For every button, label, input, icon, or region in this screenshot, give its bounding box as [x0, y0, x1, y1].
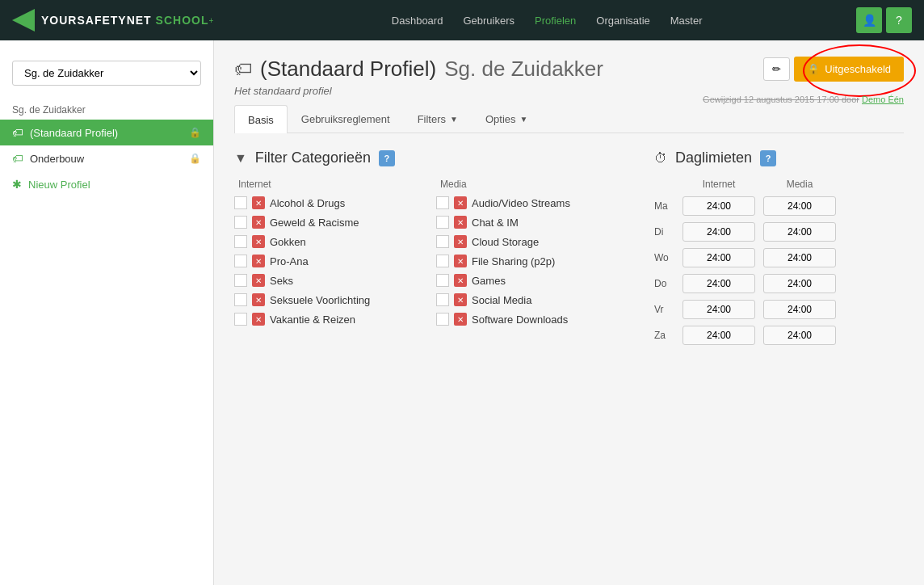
page-title-section: 🏷 (Standaard Profiel) Sg. de Zuidakker H… [234, 57, 603, 97]
tab-filters[interactable]: Filters ▼ [404, 105, 472, 133]
daglimiet-wo-media[interactable] [763, 248, 836, 267]
tab-opties[interactable]: Opties ▼ [472, 105, 541, 133]
filter-x-chat[interactable]: ✕ [454, 216, 467, 229]
tab-opties-caret: ▼ [520, 115, 528, 124]
nav-organisatie[interactable]: Organisatie [596, 15, 649, 27]
brand-text-sub: SCHOOL [152, 14, 209, 27]
filter-item-audio: ✕ Audio/Video Streams [436, 196, 622, 209]
filter-item-social: ✕ Social Media [436, 293, 622, 306]
page-subtitle-org: Sg. de Zuidakker [444, 57, 603, 82]
daglimiet-vr-internet[interactable] [682, 300, 755, 319]
nav-profielen[interactable]: Profielen [535, 15, 576, 27]
filter-checkbox-proana[interactable] [234, 255, 247, 267]
filter-checkbox-geweld[interactable] [234, 216, 247, 229]
filter-label-gokken: Gokken [270, 236, 306, 248]
tab-basis[interactable]: Basis [234, 105, 288, 133]
filter-checkbox-audio[interactable] [436, 196, 449, 209]
filter-label-alcohol: Alcohol & Drugs [270, 197, 345, 209]
daglimiet-ma-internet[interactable] [682, 196, 755, 216]
sidebar-item-new-profiel[interactable]: ✱ Nieuw Profiel [0, 171, 213, 197]
daglimiet-do-media[interactable] [763, 274, 836, 293]
filter-x-proana[interactable]: ✕ [252, 255, 265, 267]
filter-item-chat: ✕ Chat & IM [436, 216, 622, 229]
help-button[interactable]: ? [886, 7, 912, 33]
filter-checkbox-alcohol[interactable] [234, 196, 247, 209]
daglimieten-help-button[interactable]: ? [760, 150, 776, 166]
uitgeschakeld-button[interactable]: 🔒 Uitgeschakeld [794, 57, 904, 82]
filter-checkbox-gokken[interactable] [234, 235, 247, 248]
brand-logo [12, 9, 35, 32]
changed-by[interactable]: Demo Één [862, 95, 904, 104]
lock-icon-btn: 🔒 [807, 63, 820, 75]
title-tag-icon: 🏷 [234, 59, 252, 80]
filter-checkbox-games[interactable] [436, 274, 449, 287]
daglimiet-col-headers: Internet Media [654, 179, 904, 190]
uitgeschakeld-label: Uitgeschakeld [825, 63, 891, 75]
filter-x-seksuele[interactable]: ✕ [252, 293, 265, 306]
filter-label-seks: Seks [270, 275, 293, 287]
filter-checkbox-chat[interactable] [436, 216, 449, 229]
tab-gebruiksreglement[interactable]: Gebruiksreglement [288, 105, 404, 133]
daglimiet-row-wo: Wo [654, 248, 904, 267]
filter-x-alcohol[interactable]: ✕ [252, 196, 265, 209]
edit-button[interactable]: ✏ [763, 57, 790, 81]
nav-dashboard[interactable]: Dashboard [392, 15, 443, 27]
day-ma: Ma [654, 200, 674, 212]
filter-x-audio[interactable]: ✕ [454, 196, 467, 209]
nav-master[interactable]: Master [670, 15, 703, 27]
filter-item-seksuele: ✕ Seksuele Voorlichting [234, 293, 420, 306]
daglimiet-wo-internet[interactable] [682, 248, 755, 267]
filter-checkbox-seks[interactable] [234, 274, 247, 287]
filter-x-seks[interactable]: ✕ [252, 274, 265, 287]
filter-x-filesharing[interactable]: ✕ [454, 255, 467, 267]
daglimieten-section: ⏱ Daglimieten ? Internet Media Ma Di [654, 149, 904, 351]
filter-checkbox-cloud[interactable] [436, 235, 449, 248]
daglimiet-media-header: Media [763, 179, 836, 190]
sidebar-item-onderbouw[interactable]: 🏷 Onderbouw 🔒 [0, 145, 213, 171]
tag-icon: 🏷 [12, 126, 23, 139]
brand-text-main: YOURSAFETYNET [41, 14, 152, 27]
filter-label-seksuele: Seksuele Voorlichting [270, 294, 370, 306]
sidebar-item-standaard[interactable]: 🏷 (Standaard Profiel) 🔒 [0, 120, 213, 145]
filter-x-games[interactable]: ✕ [454, 274, 467, 287]
filter-x-geweld[interactable]: ✕ [252, 216, 265, 229]
daglimiet-za-media[interactable] [763, 326, 836, 345]
filter-help-button[interactable]: ? [379, 150, 395, 166]
brand: YOURSAFETYNET SCHOOL + [12, 9, 213, 32]
page-title-text: (Standaard Profiel) [260, 57, 436, 82]
asterisk-icon: ✱ [12, 178, 22, 191]
filter-checkbox-software[interactable] [436, 313, 449, 326]
daglimiet-vr-media[interactable] [763, 300, 836, 319]
filter-label-filesharing: File Sharing (p2p) [472, 255, 555, 267]
filter-x-social[interactable]: ✕ [454, 293, 467, 306]
filter-x-cloud[interactable]: ✕ [454, 235, 467, 248]
daglimiet-row-di: Di [654, 222, 904, 242]
brand-plus: + [208, 16, 213, 25]
sidebar: Sg. de Zuidakker Sg. de Zuidakker 🏷 (Sta… [0, 40, 214, 585]
filter-label-vakantie: Vakantie & Reizen [270, 314, 355, 326]
daglimiet-row-vr: Vr [654, 300, 904, 319]
user-button[interactable]: 👤 [856, 7, 882, 33]
tabs: Basis Gebruiksreglement Filters ▼ Opties… [234, 105, 904, 133]
filter-section-title: Filter Categorieën [255, 149, 371, 166]
org-select[interactable]: Sg. de Zuidakker [12, 61, 201, 86]
daglimiet-di-media[interactable] [763, 222, 836, 242]
daglimiet-di-internet[interactable] [682, 222, 755, 242]
filter-checkbox-filesharing[interactable] [436, 255, 449, 267]
nav-gebruikers[interactable]: Gebruikers [463, 15, 514, 27]
filter-checkbox-social[interactable] [436, 293, 449, 306]
daglimiet-do-internet[interactable] [682, 274, 755, 293]
filter-label-software: Software Downloads [472, 314, 568, 326]
filter-x-vakantie[interactable]: ✕ [252, 313, 265, 326]
filter-checkbox-vakantie[interactable] [234, 313, 247, 326]
filter-item-cloud: ✕ Cloud Storage [436, 235, 622, 248]
filter-x-gokken[interactable]: ✕ [252, 235, 265, 248]
filter-x-software[interactable]: ✕ [454, 313, 467, 326]
filter-item-vakantie: ✕ Vakantie & Reizen [234, 313, 420, 326]
daglimiet-ma-media[interactable] [763, 196, 836, 216]
day-za: Za [654, 330, 674, 341]
filter-checkbox-seksuele[interactable] [234, 293, 247, 306]
filter-label-proana: Pro-Ana [270, 255, 309, 267]
lock-icon: 🔒 [189, 127, 201, 138]
daglimiet-za-internet[interactable] [682, 326, 755, 345]
